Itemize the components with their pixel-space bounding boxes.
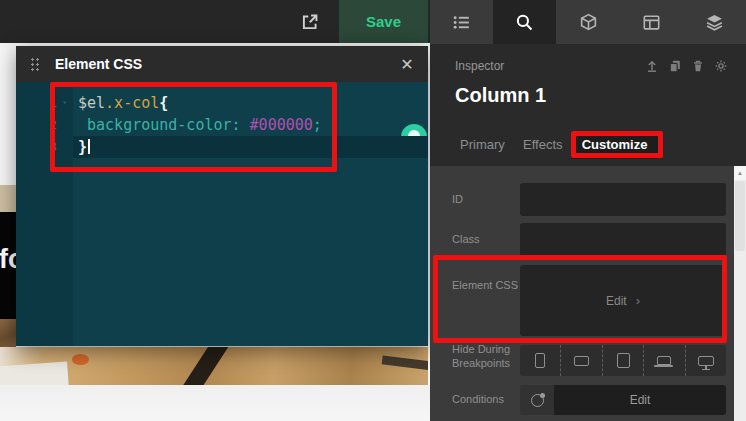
scroll-up-arrow-icon[interactable]: ▲ [734, 166, 746, 180]
open-preview-icon[interactable] [300, 7, 330, 37]
select-parent-icon[interactable] [645, 59, 659, 73]
conditions-edit-button[interactable]: Edit [554, 385, 726, 415]
breakpoint-tablet[interactable] [602, 345, 643, 376]
duplicate-icon[interactable] [668, 59, 682, 73]
close-icon[interactable]: ✕ [396, 53, 418, 75]
preview-page-section [0, 385, 430, 421]
elements-cube-icon [579, 13, 598, 32]
tablet-icon [617, 353, 630, 368]
external-link-icon [300, 12, 320, 32]
breakpoint-desktop[interactable] [685, 345, 726, 376]
settings-icon[interactable] [714, 59, 728, 73]
preview-photo-fragment [0, 185, 16, 212]
modal-title: Element CSS [55, 56, 142, 72]
class-label: Class [452, 232, 520, 246]
drag-handle-icon[interactable] [30, 57, 39, 71]
desktop-icon [698, 356, 714, 366]
inspector-label: Inspector [455, 59, 504, 73]
page-builder-screen: for Save Element CSS ✕ [0, 0, 746, 421]
tab-inspector-search[interactable] [493, 0, 556, 44]
id-label: ID [452, 192, 520, 206]
search-icon [515, 13, 534, 32]
phone-landscape-icon [574, 356, 589, 366]
panel-scrollbar[interactable]: ▲ [734, 166, 746, 421]
breakpoint-phone-portrait[interactable] [520, 345, 560, 376]
tab-elements[interactable] [556, 0, 619, 44]
tree-list-icon [452, 13, 471, 32]
preview-heading-text: for [0, 244, 16, 275]
id-input[interactable] [520, 183, 726, 216]
conditions-status-icon [531, 394, 544, 407]
breakpoints-label: Hide During Breakpoints [452, 342, 520, 370]
hide-breakpoints-control [520, 345, 726, 376]
conditions-label: Conditions [452, 392, 520, 406]
tab-layers[interactable] [683, 0, 746, 44]
preview-heading-block: for [0, 212, 16, 319]
save-button[interactable]: Save [339, 0, 428, 43]
tab-effects[interactable]: Effects [523, 131, 563, 159]
delete-icon[interactable] [691, 59, 705, 73]
breakpoint-laptop[interactable] [643, 345, 684, 376]
laptop-icon [657, 356, 671, 365]
inspector-actions [645, 59, 728, 73]
inspector-panel: Inspector [430, 0, 746, 421]
tab-tree-view[interactable] [430, 0, 493, 44]
breakpoint-phone-landscape[interactable] [560, 345, 601, 376]
class-input[interactable] [520, 223, 726, 256]
preview-photo-fragment [0, 319, 16, 347]
phone-portrait-icon [535, 353, 545, 368]
tab-primary[interactable]: Primary [460, 131, 505, 159]
selected-element-title: Column 1 [455, 84, 546, 107]
layers-icon [705, 13, 724, 32]
preview-photo-wood-table [0, 347, 428, 385]
modal-header: Element CSS ✕ [16, 46, 428, 82]
library-layout-icon [642, 13, 661, 32]
conditions-toggle[interactable] [520, 385, 554, 415]
annotation-box-code [50, 82, 337, 172]
builder-topbar: Save [0, 0, 430, 43]
tab-library[interactable] [620, 0, 683, 44]
conditions-control: Edit [520, 385, 726, 415]
panel-tab-bar [430, 0, 746, 44]
scrollbar-thumb[interactable] [735, 181, 745, 251]
annotation-box-customize-tab [571, 131, 663, 158]
annotation-box-element-css [433, 255, 727, 343]
